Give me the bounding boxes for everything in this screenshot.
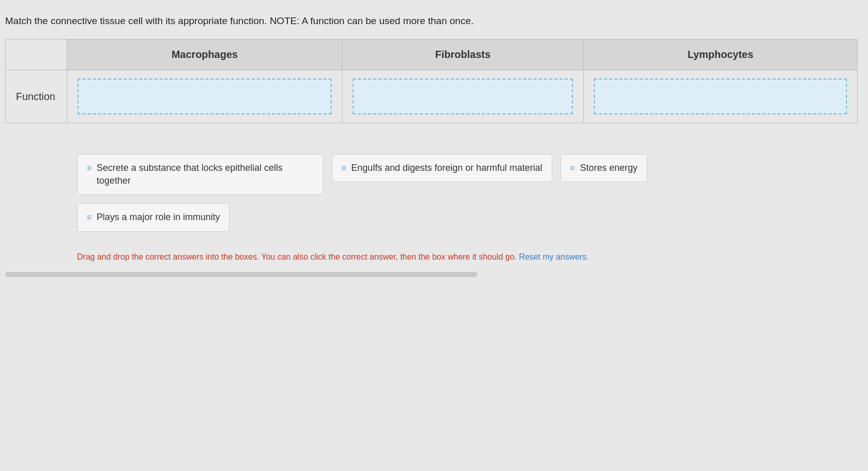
footer-text: Drag and drop the correct answers into t… (5, 252, 858, 262)
table-header-row: Macrophages Fibroblasts Lymphocytes (6, 40, 858, 70)
lymphocytes-drop-cell[interactable] (583, 70, 857, 123)
scrollbar-area (5, 272, 858, 277)
answer-text-4: Plays a major role in immunity (97, 211, 220, 224)
fibroblasts-drop-zone[interactable] (353, 78, 573, 114)
fibroblasts-drop-cell[interactable] (342, 70, 584, 123)
drag-instructions-text: Drag and drop the correct answers into t… (77, 252, 517, 261)
header-fibroblasts: Fibroblasts (342, 40, 584, 70)
answer-text-1: Secrete a substance that locks epithelia… (97, 162, 314, 187)
answer-card-2[interactable]: ≡ Engulfs and digests foreign or harmful… (332, 154, 552, 182)
matching-table: Macrophages Fibroblasts Lymphocytes Func… (5, 39, 858, 123)
header-lymphocytes: Lymphocytes (583, 40, 857, 70)
drag-icon-3: ≡ (570, 163, 575, 174)
drag-icon-2: ≡ (341, 163, 346, 174)
answer-text-2: Engulfs and digests foreign or harmful m… (351, 162, 542, 174)
answer-card-1[interactable]: ≡ Secrete a substance that locks epithel… (77, 154, 323, 195)
function-row: Function (6, 70, 858, 123)
header-macrophages: Macrophages (67, 40, 342, 70)
answer-card-4[interactable]: ≡ Plays a major role in immunity (77, 203, 229, 231)
instructions-text: Match the connective tissue cell with it… (5, 15, 858, 27)
scrollbar-track[interactable] (5, 272, 477, 277)
macrophages-drop-cell[interactable] (67, 70, 342, 123)
drag-icon-4: ≡ (87, 212, 91, 223)
lymphocytes-drop-zone[interactable] (594, 78, 847, 114)
row-label-function: Function (6, 70, 67, 123)
answer-card-3[interactable]: ≡ Stores energy (561, 154, 647, 182)
drag-icon-1: ≡ (87, 163, 91, 174)
answer-text-3: Stores energy (580, 162, 638, 174)
macrophages-drop-zone[interactable] (78, 78, 332, 114)
reset-link[interactable]: Reset my answers. (519, 252, 589, 261)
answers-area: ≡ Secrete a substance that locks epithel… (5, 139, 858, 247)
header-empty (6, 40, 67, 70)
